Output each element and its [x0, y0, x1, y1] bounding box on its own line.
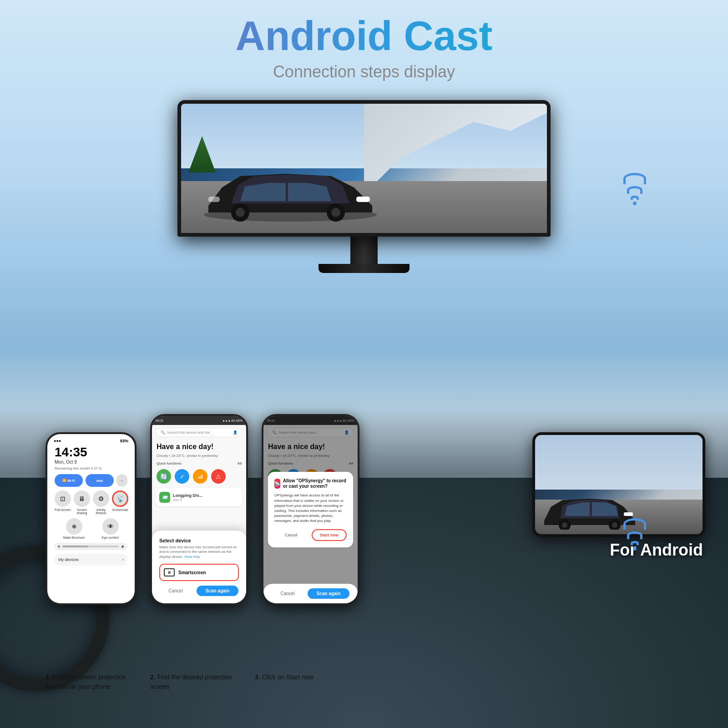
eye-icon-circle: 👁 [102, 518, 119, 535]
phone2-search-text: Search this device and the _ [167, 430, 213, 435]
modal-scan-button[interactable]: Scan again [197, 586, 239, 596]
notification-app: Longping Dis... [173, 493, 202, 498]
step-3-number: 3. [255, 673, 260, 681]
fullscreen-label: Full-Screen [55, 508, 71, 511]
phone1-signal: ●●● [54, 439, 61, 443]
modal-description: Make sure this device has Screencast tur… [159, 545, 239, 559]
phone-3-screen: 09:21 ● ● ● 4G 66% 🔍 Search this device … [263, 416, 358, 603]
phone1-status-bar: ●●● 83% [50, 437, 132, 445]
wifi-dot-b [633, 547, 637, 551]
quick-icon-3[interactable]: 📶 [193, 469, 207, 484]
icon-cell-screencast[interactable]: 📡 Screencast [112, 490, 128, 515]
phones-row: ●●● 83% 14:35 Mon, Oct 9 Remaining this … [46, 414, 359, 605]
monitor-display [181, 104, 547, 233]
phone1-remaining: Remaining this month 5.27 G [50, 466, 132, 470]
wifi-arc-b1 [623, 518, 646, 530]
step-3-label: 3. Click on Start now [255, 672, 346, 692]
brightness-low-icon: ☀ [57, 545, 61, 549]
permission-header: 📡 Allow "OPSynergy" to record or cast yo… [274, 478, 347, 489]
svg-rect-5 [356, 197, 370, 202]
utility-label: Infinity Reboot [93, 508, 109, 515]
screencast-label: Screencast [112, 508, 128, 511]
phone2-search-bar[interactable]: 🔍 Search this device and the _ 👤 [156, 428, 243, 437]
permission-title: Allow "OPSynergy" to record or cast your… [283, 478, 347, 489]
brightness-slider[interactable]: ☀ ☀ [55, 543, 127, 550]
phone1-time: 14:35 [50, 445, 132, 460]
monitor-screen [177, 100, 551, 237]
quick-functions-label: Quick functions [157, 461, 182, 465]
phone1-my-devices[interactable]: My devices › [55, 554, 127, 566]
icon-cell-screen-sharing[interactable]: 🖥 Screen sharing [74, 490, 90, 515]
subtitle: Connection steps display [0, 62, 728, 81]
phone2-icons: ● ● ● 4G 66% [222, 419, 243, 422]
device-item-smartscreen[interactable]: 🖥 Smartscreen [159, 564, 239, 581]
phone2-time: 09:21 [156, 419, 164, 422]
wifi-label: Wi-Fi [67, 479, 75, 482]
notification-icon: 📨 [159, 492, 170, 503]
step-2-number: 2. [150, 673, 156, 681]
view-help-link[interactable]: View help [184, 555, 200, 559]
wifi-icon-bottom [623, 518, 646, 551]
profile-icon: 👤 [233, 430, 238, 435]
phone2-status-bar: 09:21 ● ● ● 4G 66% [152, 416, 246, 425]
phone-1: ●●● 83% 14:35 Mon, Oct 9 Remaining this … [46, 432, 136, 605]
quick-icon-1[interactable]: 🔄 [157, 469, 171, 484]
phone1-date: Mon, Oct 9 [50, 460, 132, 465]
quick-icon-2[interactable]: ✓ [175, 469, 189, 484]
my-devices-label: My devices [58, 557, 79, 562]
svg-point-4 [331, 208, 340, 217]
step-1-label: 1. Find the screen projection function o… [46, 672, 136, 692]
svg-rect-11 [624, 512, 633, 516]
notification-date: Jun 5 [173, 498, 202, 502]
permission-buttons: Cancel Start now [274, 529, 347, 541]
data-toggle[interactable]: data [86, 474, 114, 487]
notification-content: Longping Dis... Jun 5 [173, 493, 202, 502]
wifi-symbol-bottom [623, 518, 646, 551]
permission-body: OPSynergy will have access to all of the… [274, 493, 347, 523]
slider-fill [62, 546, 88, 547]
car-monitor [177, 100, 551, 273]
phone3-cancel-button[interactable]: Cancel [272, 588, 304, 599]
step-1-number: 1. [46, 673, 51, 681]
phone3-scan-button[interactable]: Scan again [308, 588, 350, 599]
display-sky [535, 435, 703, 490]
more-toggle[interactable]: › [116, 474, 127, 487]
screencast-icon-circle: 📡 [112, 490, 128, 507]
icon-cell-make[interactable]: ⊕ Make Brochure [63, 518, 85, 539]
slider-track [62, 546, 119, 547]
permission-start-button[interactable]: Start now [312, 529, 347, 541]
wifi-arc-2 [627, 186, 642, 194]
phone3-bottom-bar: Cancel Scan again [263, 584, 358, 603]
android-display [532, 432, 705, 537]
wifi-toggle[interactable]: 📶 Wi-Fi [55, 474, 83, 487]
svg-rect-6 [208, 197, 220, 202]
wifi-symbol-top [623, 173, 646, 205]
fullscreen-icon-circle: ⊡ [55, 490, 71, 507]
app-icon-symbol: 📡 [274, 481, 280, 486]
phone1-battery: 83% [120, 439, 128, 443]
monitor-car-svg [195, 165, 386, 224]
wifi-icon-top [623, 173, 646, 205]
icon-cell-utility[interactable]: ⚙ Infinity Reboot [93, 490, 109, 515]
android-display-screen [535, 435, 703, 534]
step-2-description: Find the desired projection screen [150, 673, 233, 690]
modal-cancel-button[interactable]: Cancel [160, 586, 192, 596]
phone2-quick-icons: 🔄 ✓ 📶 ⚠ [152, 467, 246, 485]
phone1-toggles: 📶 Wi-Fi data › [50, 474, 132, 487]
phone2-quick-functions-header: Quick functions All [152, 460, 246, 467]
all-label: All [238, 461, 242, 465]
quick-icon-4[interactable]: ⚠ [211, 469, 226, 484]
utility-icon-circle: ⚙ [93, 490, 109, 507]
wifi-arc-3 [631, 196, 639, 200]
permission-dialog: 📡 Allow "OPSynergy" to record or cast yo… [268, 472, 353, 547]
steps-row: 1. Find the screen projection function o… [46, 672, 355, 692]
screen-sharing-icon-circle: 🖥 [74, 490, 90, 507]
wifi-dot [633, 202, 637, 205]
monitor-stand-base [318, 264, 410, 273]
icon-cell-eye[interactable]: 👁 Eye comfort [102, 518, 119, 539]
icon-cell-fullscreen[interactable]: ⊡ Full-Screen [55, 490, 71, 515]
phone1-icons-grid: ⊡ Full-Screen 🖥 Screen sharing ⚙ Infinit… [50, 490, 132, 515]
modal-title: Select device [159, 538, 239, 543]
eye-label: Eye comfort [102, 536, 119, 539]
permission-cancel-button[interactable]: Cancel [274, 529, 308, 541]
